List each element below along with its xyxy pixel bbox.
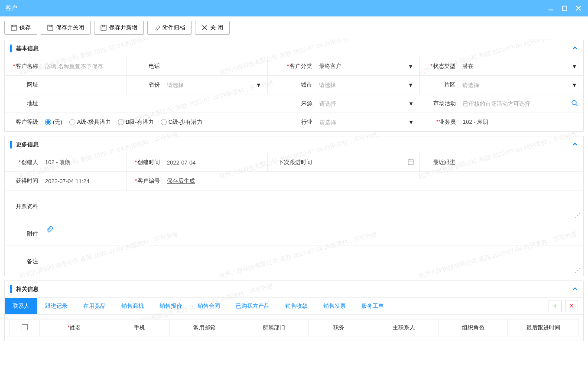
save-close-button[interactable]: 保存并关闭 (41, 21, 91, 35)
level-radio-a[interactable]: A级-极具潜力 (69, 118, 111, 126)
basic-row-1: 客户名称 电话 客户分类 ▼ 状态类型 ▼ (5, 57, 583, 76)
tab-service[interactable]: 服务工单 (354, 298, 392, 314)
section-more-header: 更多信息 (5, 136, 583, 153)
label-region: 片区 (420, 76, 459, 94)
label-attach: 附件 (5, 221, 42, 245)
customer-no-value: 保存后生成 (167, 177, 195, 185)
th-role: 组织角色 (439, 319, 508, 336)
label-create-time: 创建时间 (127, 153, 163, 171)
tab-follow-records[interactable]: 跟进记录 (37, 298, 75, 314)
contacts-table: 姓名 手机 常用邮箱 所属部门 职务 主联系人 组织角色 最后跟进时间 (9, 319, 579, 336)
svg-rect-9 (102, 25, 105, 27)
tabs-row: 联系人 跟进记录 在用竞品 销售商机 销售报价 销售合同 已购我方产品 销售收款… (5, 298, 583, 315)
creator-input[interactable] (45, 159, 123, 166)
tab-quotes[interactable]: 销售报价 (152, 298, 190, 314)
gain-time-input[interactable] (45, 178, 123, 184)
section-related-header: 相关信息 (5, 281, 583, 298)
tab-contacts[interactable]: 联系人 (5, 298, 37, 314)
last-follow-input[interactable] (462, 159, 580, 166)
th-name: 姓名 (68, 324, 81, 331)
svg-rect-1 (562, 6, 567, 10)
section-bar (10, 45, 12, 52)
save-button[interactable]: 保存 (4, 21, 37, 35)
minimize-icon[interactable] (546, 4, 555, 13)
basic-row-3: 地址 来源 ▼ 市场活动 (5, 94, 583, 113)
collapse-icon[interactable] (572, 286, 578, 293)
industry-select[interactable] (319, 119, 416, 126)
attach-archive-button[interactable]: 附件归档 (147, 21, 192, 35)
close-icon[interactable] (574, 4, 583, 13)
section-basic: 基本信息 客户名称 电话 客户分类 ▼ 状态类型 ▼ 网址 省份 ▼ (4, 40, 584, 132)
collapse-icon[interactable] (572, 141, 578, 148)
invoice-textarea[interactable] (45, 195, 580, 216)
save-close-label: 保存并关闭 (56, 24, 84, 32)
level-radio-label: (无) (53, 118, 62, 126)
level-radio-group: (无) A级-极具潜力 B级-有潜力 C级-少有潜力 (45, 118, 202, 126)
region-select[interactable] (462, 82, 580, 88)
province-select[interactable] (167, 82, 264, 88)
tab-receipts[interactable]: 销售收款 (277, 298, 315, 314)
next-follow-input[interactable] (319, 159, 416, 166)
market-act-input[interactable] (463, 100, 580, 107)
section-related: 相关信息 联系人 跟进记录 在用竞品 销售商机 销售报价 销售合同 已购我方产品… (4, 281, 584, 341)
label-source: 来源 (268, 94, 316, 113)
section-bar (10, 141, 12, 148)
save-icon (101, 25, 107, 31)
status-type-select[interactable] (462, 63, 580, 70)
svg-rect-5 (13, 25, 15, 27)
svg-point-12 (572, 100, 576, 105)
label-last-follow: 最近跟进 (420, 153, 459, 171)
window-titlebar: 客户 (0, 0, 588, 16)
tab-invoices[interactable]: 销售发票 (315, 298, 354, 314)
th-dept: 所属部门 (239, 319, 309, 336)
basic-row-2: 网址 省份 ▼ 城市 ▼ 片区 ▼ (5, 76, 583, 94)
select-all-checkbox[interactable] (22, 324, 28, 330)
level-radio-b[interactable]: B级-有潜力 (118, 118, 154, 126)
tab-competitors[interactable]: 在用竞品 (75, 298, 114, 314)
customer-cat-select[interactable] (319, 63, 416, 70)
add-row-button[interactable]: + (549, 300, 562, 312)
address-input[interactable] (45, 100, 264, 107)
label-level: 客户等级 (5, 113, 42, 131)
tab-contracts[interactable]: 销售合同 (190, 298, 228, 314)
maximize-icon[interactable] (560, 4, 569, 13)
city-select[interactable] (319, 82, 416, 88)
level-radio-c[interactable]: C级-少有潜力 (161, 118, 203, 126)
label-gain-time: 获得时间 (5, 172, 42, 190)
tab-purchased[interactable]: 已购我方产品 (228, 298, 277, 314)
tab-opportunities[interactable]: 销售商机 (114, 298, 152, 314)
section-bar (10, 285, 12, 293)
collapse-icon[interactable] (572, 45, 578, 52)
th-main-contact: 主联系人 (369, 319, 439, 336)
label-phone: 电话 (127, 57, 163, 75)
source-select[interactable] (319, 100, 416, 107)
more-row-2: 获得时间 客户编号 保存后生成 (5, 172, 583, 190)
content-scroll[interactable]: 基本信息 客户名称 电话 客户分类 ▼ 状态类型 ▼ 网址 省份 ▼ (0, 40, 588, 371)
label-province: 省份 (127, 76, 163, 94)
label-city: 城市 (268, 76, 315, 94)
customer-name-input[interactable] (45, 63, 123, 70)
label-website: 网址 (5, 76, 42, 94)
delete-row-button[interactable]: × (565, 300, 578, 312)
create-time-input[interactable] (167, 159, 264, 166)
paperclip-icon[interactable] (45, 226, 53, 235)
paperclip-icon (154, 25, 160, 31)
save-new-button[interactable]: 保存并新增 (94, 21, 144, 35)
salesman-input[interactable] (463, 119, 580, 126)
level-radio-none[interactable]: (无) (45, 118, 62, 126)
close-button[interactable]: 关 闭 (195, 21, 230, 35)
phone-input[interactable] (167, 63, 264, 70)
svg-line-13 (576, 104, 578, 106)
section-related-title: 相关信息 (16, 285, 39, 293)
search-icon[interactable] (571, 100, 578, 108)
calendar-icon[interactable] (407, 158, 414, 167)
website-input[interactable] (45, 82, 123, 88)
label-next-follow: 下次跟进时间 (268, 153, 315, 171)
svg-rect-6 (48, 25, 53, 30)
label-industry: 行业 (268, 113, 316, 131)
save-icon (47, 25, 53, 31)
th-last-follow: 最后跟进时间 (508, 319, 579, 336)
remark-textarea[interactable] (45, 250, 580, 271)
label-remark: 备注 (5, 245, 42, 276)
level-radio-label: B级-有潜力 (126, 118, 154, 126)
